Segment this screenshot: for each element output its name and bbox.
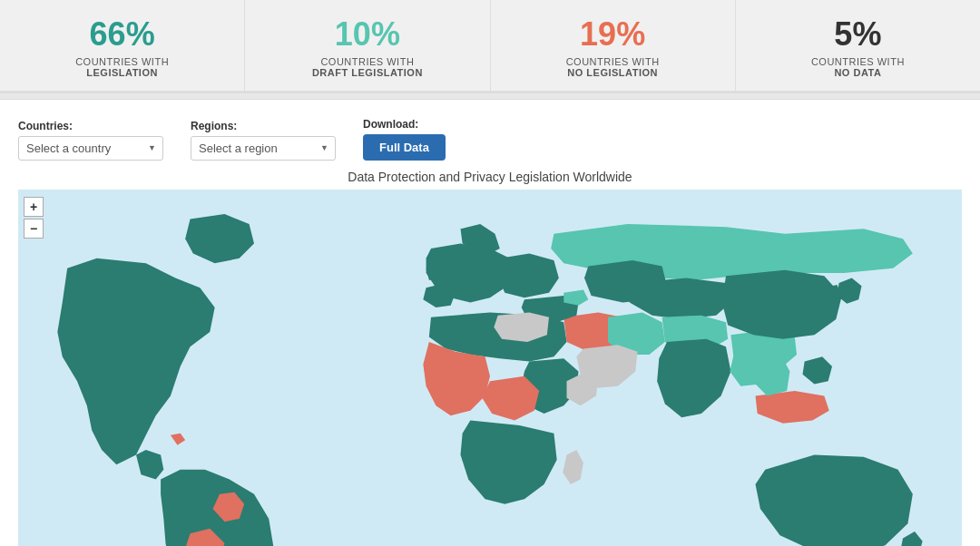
countries-select-wrapper[interactable]: Select a country: [18, 136, 163, 161]
stat-percent-no-data: 5%: [745, 16, 971, 53]
stat-percent-draft: 10%: [254, 16, 480, 53]
countries-filter-group: Countries: Select a country: [18, 120, 163, 161]
stat-line1-no-legislation: COUNTRIES WITH: [500, 56, 726, 67]
stat-line2-legislation: LEGISLATION: [9, 67, 235, 78]
full-data-button[interactable]: Full Data: [363, 134, 446, 161]
stat-percent-legislation: 66%: [9, 16, 235, 53]
map-controls: + −: [24, 197, 44, 239]
countries-select[interactable]: Select a country: [18, 136, 163, 161]
stat-line1-no-data: COUNTRIES WITH: [745, 56, 971, 67]
zoom-in-button[interactable]: +: [24, 197, 44, 217]
regions-select[interactable]: Select a region: [191, 136, 336, 161]
countries-label: Countries:: [18, 120, 163, 132]
download-label: Download:: [363, 118, 446, 131]
world-map: [18, 190, 962, 546]
stat-line2-no-data: NO DATA: [745, 67, 971, 78]
stat-line1-legislation: COUNTRIES WITH: [9, 56, 235, 67]
stat-legislation: 66% COUNTRIES WITH LEGISLATION: [0, 0, 245, 91]
divider: [0, 93, 980, 100]
map-title: Data Protection and Privacy Legislation …: [18, 170, 962, 184]
regions-label: Regions:: [191, 120, 336, 132]
map-section: Data Protection and Privacy Legislation …: [15, 170, 965, 546]
zoom-out-button[interactable]: −: [24, 219, 44, 239]
stat-draft: 10% COUNTRIES WITH DRAFT LEGISLATION: [245, 0, 490, 91]
stat-no-legislation: 19% COUNTRIES WITH NO LEGISLATION: [491, 0, 736, 91]
map-svg-container: [18, 190, 962, 546]
main-content: Countries: Select a country Regions: Sel…: [0, 100, 980, 546]
regions-select-wrapper[interactable]: Select a region: [191, 136, 336, 161]
regions-filter-group: Regions: Select a region: [191, 120, 336, 161]
download-group: Download: Full Data: [363, 118, 446, 161]
filters-row: Countries: Select a country Regions: Sel…: [15, 111, 965, 170]
stats-bar: 66% COUNTRIES WITH LEGISLATION 10% COUNT…: [0, 0, 980, 93]
stat-no-data: 5% COUNTRIES WITH NO DATA: [736, 0, 980, 91]
stat-line2-draft: DRAFT LEGISLATION: [254, 67, 480, 78]
stat-percent-no-legislation: 19%: [500, 16, 726, 53]
stat-line1-draft: COUNTRIES WITH: [254, 56, 480, 67]
stat-line2-no-legislation: NO LEGISLATION: [500, 67, 726, 78]
